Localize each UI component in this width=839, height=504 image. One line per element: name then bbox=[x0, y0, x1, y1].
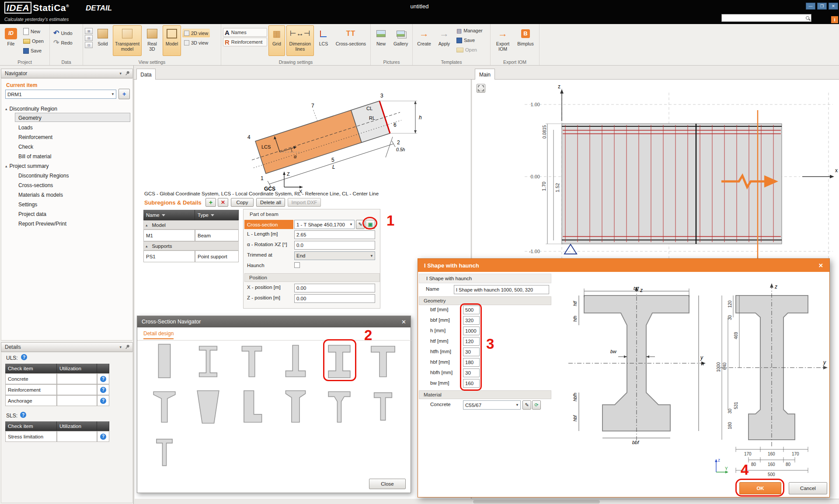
cross-sections-button[interactable]: TT Cross-sections bbox=[333, 25, 369, 56]
rotation-input[interactable]: 0.0 bbox=[294, 241, 375, 250]
view-3d-button[interactable]: 3D view bbox=[182, 38, 210, 47]
sidebar-item-reinforcement[interactable]: Reinforcement bbox=[0, 132, 134, 142]
sidebar-item-settings[interactable]: Settings bbox=[0, 200, 134, 209]
sidebar-item-report-preview-print[interactable]: Report Preview/Print bbox=[0, 219, 134, 228]
sidebar-item-discontinuity-regions[interactable]: Discontinuity Regions bbox=[0, 171, 134, 180]
template-save-button[interactable]: Save bbox=[455, 36, 484, 45]
shape-trapezoid[interactable] bbox=[189, 388, 227, 428]
close-button[interactable]: ✕ bbox=[829, 3, 838, 10]
open-button[interactable]: Open bbox=[21, 37, 45, 45]
grid-button[interactable]: ▦ Grid bbox=[268, 25, 285, 56]
transparent-model-button[interactable]: Transparent model bbox=[113, 25, 142, 56]
template-manager-button[interactable]: ▤Manager bbox=[455, 26, 484, 35]
new-button[interactable]: New bbox=[21, 27, 45, 36]
collapse-icon[interactable]: ▾ bbox=[119, 71, 122, 76]
shape-t-small[interactable] bbox=[364, 388, 402, 428]
z-position-input[interactable]: 0.00 bbox=[294, 294, 375, 303]
filter-icon[interactable] bbox=[211, 214, 214, 216]
redo-button[interactable]: ↷Redo bbox=[52, 38, 74, 47]
tab-detail-design[interactable]: Detail design bbox=[143, 330, 174, 339]
help-icon[interactable]: ? bbox=[100, 387, 106, 393]
expander-icon[interactable]: ▴ bbox=[146, 223, 148, 227]
template-apply-button[interactable]: → Apply bbox=[435, 25, 453, 56]
shape-t-tapered[interactable] bbox=[145, 388, 184, 428]
file-button[interactable]: ID File bbox=[2, 25, 20, 56]
template-create-button[interactable]: → Create bbox=[414, 25, 434, 56]
shape-i-narrow[interactable] bbox=[189, 342, 227, 382]
filter-icon[interactable] bbox=[162, 214, 165, 216]
cancel-button[interactable]: Cancel bbox=[789, 482, 827, 494]
gallery-button[interactable]: Gallery bbox=[391, 25, 411, 56]
copy-button[interactable]: Copy bbox=[231, 198, 254, 207]
shape-t[interactable] bbox=[233, 342, 271, 382]
help-icon[interactable]: ? bbox=[100, 434, 106, 440]
dialog-titlebar[interactable]: I Shape with haunch ✕ bbox=[418, 259, 829, 272]
table-row[interactable]: M1 Beam bbox=[143, 229, 239, 241]
view-tool-icon-2[interactable]: ⊟ bbox=[85, 35, 93, 41]
uls-help-icon[interactable]: ? bbox=[21, 354, 27, 360]
current-item-select[interactable]: DRM1▼ bbox=[5, 90, 116, 99]
pin-icon[interactable] bbox=[123, 70, 131, 77]
view-tool-icon-3[interactable]: ⊡ bbox=[85, 42, 93, 48]
help-icon[interactable]: ? bbox=[100, 376, 106, 382]
details-panel-header[interactable]: Details ▾ bbox=[1, 342, 133, 352]
expander-icon[interactable]: ▴ bbox=[146, 244, 148, 248]
reload-material-button[interactable]: ⟳ bbox=[532, 400, 541, 410]
minimize-button[interactable]: — bbox=[806, 3, 815, 10]
shape-l[interactable] bbox=[233, 388, 271, 428]
concrete-select[interactable]: C55/67▼ bbox=[463, 400, 521, 410]
export-iom-button[interactable]: → Export IOM bbox=[492, 25, 513, 56]
shape-t-thin[interactable] bbox=[145, 433, 184, 473]
table-row[interactable]: PS1 Point support bbox=[143, 250, 239, 262]
lcs-button[interactable]: LCS bbox=[315, 25, 332, 56]
view-2d-button[interactable]: 2D view bbox=[182, 29, 210, 38]
shape-t-tapered-2[interactable] bbox=[276, 388, 315, 428]
sidebar-item-loads[interactable]: Loads bbox=[0, 123, 134, 132]
sidebar-item-cross-sections[interactable]: Cross-sections bbox=[0, 181, 134, 190]
sidebar-item-bill-of-material[interactable]: Bill of material bbox=[0, 152, 134, 161]
help-icon[interactable]: ? bbox=[100, 398, 106, 404]
x-position-input[interactable]: 0.00 bbox=[294, 284, 375, 292]
delete-all-button[interactable]: Delete all bbox=[256, 198, 285, 207]
close-icon[interactable]: ✕ bbox=[818, 262, 823, 269]
table-group-model[interactable]: ▴Model bbox=[143, 220, 239, 229]
close-navigator-button[interactable]: Close bbox=[369, 479, 406, 489]
tab-main[interactable]: Main bbox=[475, 69, 495, 80]
shape-t-wide[interactable] bbox=[364, 342, 402, 382]
sidebar-item-discontinuity-region[interactable]: ▴Discontinuity Region bbox=[0, 104, 134, 113]
template-open-button[interactable]: Open bbox=[455, 45, 484, 54]
haunch-checkbox[interactable] bbox=[294, 262, 300, 268]
scrollbar-thumb[interactable] bbox=[473, 500, 600, 504]
search-input[interactable] bbox=[721, 14, 811, 22]
expander-icon[interactable]: ▴ bbox=[5, 164, 7, 168]
maximize-button[interactable]: ❐ bbox=[817, 3, 827, 10]
delete-subregion-button[interactable]: ✕ bbox=[218, 198, 228, 207]
solid-button[interactable]: Solid bbox=[94, 25, 111, 56]
add-region-button[interactable]: + bbox=[118, 89, 130, 99]
sidebar-item-project-summary[interactable]: ▴Project summary bbox=[0, 161, 134, 170]
close-icon[interactable]: ✕ bbox=[401, 319, 406, 325]
real-3d-button[interactable]: Real 3D bbox=[143, 25, 161, 56]
names-button[interactable]: ANames bbox=[223, 28, 267, 37]
horizontal-scrollbar[interactable] bbox=[472, 499, 839, 504]
table-group-supports[interactable]: ▴Supports bbox=[143, 241, 239, 250]
tab-data[interactable]: Data bbox=[136, 69, 156, 80]
sidebar-item-project-data[interactable]: Project data bbox=[0, 209, 134, 219]
add-subregion-button[interactable]: + bbox=[205, 198, 216, 207]
sidebar-item-geometry[interactable]: Geometry bbox=[0, 113, 134, 122]
shape-inverted-t[interactable] bbox=[276, 342, 315, 382]
cross-section-select[interactable]: 1 - T Shape 450,1700▼ bbox=[294, 220, 355, 229]
shape-rectangle[interactable] bbox=[145, 342, 184, 382]
length-input[interactable]: 2.65 bbox=[294, 230, 375, 239]
info-button[interactable]: i bbox=[831, 16, 838, 23]
name-input[interactable]: I Shape with haunch 1000, 500, 320 bbox=[454, 285, 549, 294]
shape-t-haunch[interactable] bbox=[320, 388, 359, 428]
collapse-icon[interactable]: ▾ bbox=[119, 345, 122, 349]
navigator-panel-header[interactable]: Navigator ▾ bbox=[1, 69, 133, 78]
picture-new-button[interactable]: New bbox=[373, 25, 390, 56]
expander-icon[interactable]: ▴ bbox=[5, 107, 7, 111]
pin-icon[interactable] bbox=[123, 343, 131, 351]
view-tool-icon-1[interactable]: ⊞ bbox=[85, 28, 93, 34]
reinforcement-button[interactable]: RReinforcement bbox=[223, 38, 267, 46]
model-button[interactable]: Model bbox=[163, 25, 181, 56]
